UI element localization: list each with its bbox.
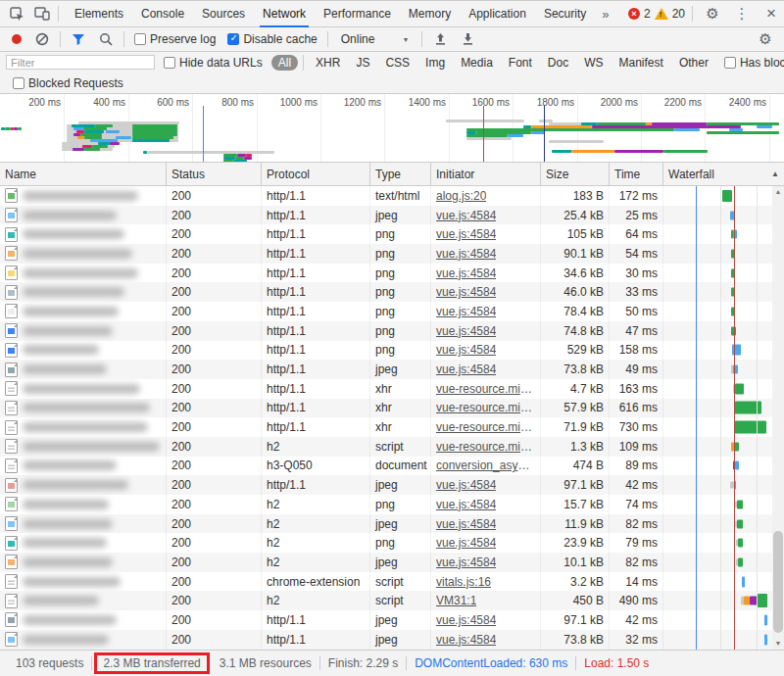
sort-asc-icon[interactable]: ▲	[771, 169, 779, 178]
table-row[interactable]: 200http/1.1xhrvue-resource.min.js:74.7 k…	[0, 379, 784, 399]
cell-name[interactable]	[0, 630, 167, 650]
cell-name[interactable]	[0, 437, 167, 457]
tab-console[interactable]: Console	[132, 1, 193, 27]
table-row[interactable]: 200http/1.1jpegvue.js:458473.8 kB49 ms	[0, 360, 784, 379]
initiator-link[interactable]: vue.js:4584	[436, 633, 496, 647]
table-row[interactable]: 200http/1.1jpegvue.js:458473.8 kB32 ms	[0, 630, 784, 650]
hide-data-urls-checkbox[interactable]: Hide data URLs	[164, 56, 263, 70]
initiator-link[interactable]: vue.js:4584	[436, 266, 496, 280]
filter-pill-manifest[interactable]: Manifest	[612, 55, 670, 71]
filter-pill-img[interactable]: Img	[418, 55, 452, 71]
preserve-log-checkbox[interactable]: Preserve log	[134, 32, 216, 46]
column-header-time[interactable]: Time	[610, 163, 663, 185]
initiator-link[interactable]: vue.js:4584	[436, 498, 496, 511]
filter-input[interactable]	[6, 55, 155, 70]
table-row[interactable]: 200h2jpegvue.js:458411.9 kB82 ms	[0, 514, 784, 534]
cell-name[interactable]	[0, 282, 167, 302]
filter-pill-font[interactable]: Font	[502, 55, 539, 71]
cell-name[interactable]	[0, 457, 167, 476]
inspect-element-icon[interactable]	[4, 2, 29, 25]
clear-icon[interactable]	[29, 27, 55, 51]
table-row[interactable]: 200http/1.1jpegvue.js:458497.1 kB42 ms	[0, 610, 784, 630]
disable-cache-checkbox[interactable]: Disable cache	[227, 32, 317, 46]
initiator-link[interactable]: vue-resource.min.js:7	[436, 440, 535, 454]
table-row[interactable]: 200h3-Q050documentconversion_async.js…47…	[0, 457, 784, 476]
table-row[interactable]: 200h2scriptvue-resource.min.js:71.3 kB10…	[0, 437, 784, 457]
error-count[interactable]: 2	[644, 7, 651, 21]
record-icon[interactable]	[12, 34, 22, 44]
scroll-down-icon[interactable]: ▼	[772, 638, 784, 650]
initiator-link[interactable]: vue-resource.min.js:7	[436, 420, 535, 434]
throttling-dropdown[interactable]: Online ▼	[333, 32, 417, 46]
column-header-waterfall[interactable]: Waterfall ▲	[663, 163, 784, 185]
cell-name[interactable]	[0, 591, 167, 610]
filter-pill-doc[interactable]: Doc	[541, 55, 575, 71]
cell-name[interactable]	[0, 360, 167, 379]
settings-gear-icon[interactable]: ⚙	[700, 2, 725, 25]
table-row[interactable]: 200http/1.1pngvue.js:458490.1 kB54 ms	[0, 244, 784, 264]
filter-pill-css[interactable]: CSS	[378, 55, 416, 71]
error-badge-icon[interactable]: ×	[628, 8, 640, 20]
cell-name[interactable]	[0, 379, 167, 399]
kebab-menu-icon[interactable]: ⋮	[729, 2, 755, 25]
table-row[interactable]: 200h2pngvue.js:458423.9 kB79 ms	[0, 533, 784, 553]
initiator-link[interactable]: vue-resource.min.js:7	[436, 401, 535, 414]
search-icon[interactable]	[93, 27, 119, 51]
cell-name[interactable]	[0, 224, 167, 244]
cell-name[interactable]	[0, 572, 167, 592]
initiator-link[interactable]: vue.js:4584	[436, 536, 496, 550]
warning-count[interactable]: 20	[672, 7, 685, 21]
cell-name[interactable]	[0, 533, 167, 553]
filter-pill-xhr[interactable]: XHR	[309, 55, 347, 71]
scroll-up-icon[interactable]: ▲	[772, 186, 784, 198]
device-toolbar-icon[interactable]	[29, 2, 55, 25]
tab-memory[interactable]: Memory	[400, 1, 460, 27]
cell-name[interactable]	[0, 514, 167, 534]
filter-pill-js[interactable]: JS	[349, 55, 376, 71]
table-row[interactable]: 200h2jpegvue.js:458410.1 kB82 ms	[0, 553, 784, 572]
more-tabs-button[interactable]: »	[595, 7, 615, 22]
table-row[interactable]: 200h2pngvue.js:458415.7 kB74 ms	[0, 495, 784, 514]
column-header-protocol[interactable]: Protocol	[262, 163, 370, 185]
table-row[interactable]: 200h2scriptVM31:1450 B490 ms	[0, 591, 784, 610]
import-har-icon[interactable]	[427, 27, 453, 51]
blocked-requests-checkbox[interactable]: Blocked Requests	[13, 76, 123, 90]
cell-name[interactable]	[0, 341, 167, 361]
cell-name[interactable]	[0, 321, 167, 341]
column-header-initiator[interactable]: Initiator	[431, 163, 541, 185]
export-har-icon[interactable]	[455, 27, 480, 51]
cell-name[interactable]	[0, 610, 167, 630]
network-settings-gear-icon[interactable]: ⚙	[753, 27, 778, 51]
cell-name[interactable]	[0, 206, 167, 225]
cell-name[interactable]	[0, 417, 167, 437]
tab-performance[interactable]: Performance	[315, 1, 400, 27]
cell-name[interactable]	[0, 495, 167, 514]
network-overview-timeline[interactable]: 200 ms400 ms600 ms800 ms1000 ms1200 ms14…	[0, 94, 784, 163]
table-row[interactable]: 200http/1.1pngvue.js:458434.6 kB30 ms	[0, 264, 784, 283]
tab-sources[interactable]: Sources	[193, 1, 254, 27]
table-row[interactable]: 200http/1.1xhrvue-resource.min.js:757.9 …	[0, 399, 784, 418]
table-row[interactable]: 200http/1.1pngvue.js:458474.8 kB47 ms	[0, 321, 784, 341]
cell-name[interactable]	[0, 553, 167, 572]
column-header-size[interactable]: Size	[541, 163, 610, 185]
table-row[interactable]: 200http/1.1xhrvue-resource.min.js:771.9 …	[0, 417, 784, 437]
initiator-link[interactable]: alog.js:20	[436, 189, 486, 203]
vertical-scrollbar[interactable]: ▲▼	[772, 186, 784, 650]
initiator-link[interactable]: vue.js:4584	[436, 324, 496, 338]
initiator-link[interactable]: vue.js:4584	[436, 517, 496, 531]
cell-name[interactable]	[0, 264, 167, 283]
initiator-link[interactable]: vue.js:4584	[436, 362, 496, 376]
tab-application[interactable]: Application	[460, 1, 535, 27]
table-row[interactable]: 200http/1.1jpegvue.js:458497.1 kB42 ms	[0, 475, 784, 495]
cell-name[interactable]	[0, 302, 167, 321]
initiator-link[interactable]: conversion_async.js…	[436, 459, 535, 472]
table-row[interactable]: 200chrome-extensionscriptvitals.js:163.2…	[0, 572, 784, 592]
warning-badge-icon[interactable]: !	[655, 8, 668, 20]
table-row[interactable]: 200http/1.1pngvue.js:4584529 kB158 ms	[0, 341, 784, 361]
filter-pill-ws[interactable]: WS	[577, 55, 610, 71]
cell-name[interactable]	[0, 244, 167, 264]
filter-pill-other[interactable]: Other	[672, 55, 715, 71]
initiator-link[interactable]: vue.js:4584	[436, 227, 496, 241]
column-header-status[interactable]: Status	[167, 163, 262, 185]
has-blocked-cookies-checkbox[interactable]: Has blocked cookies	[724, 56, 784, 70]
